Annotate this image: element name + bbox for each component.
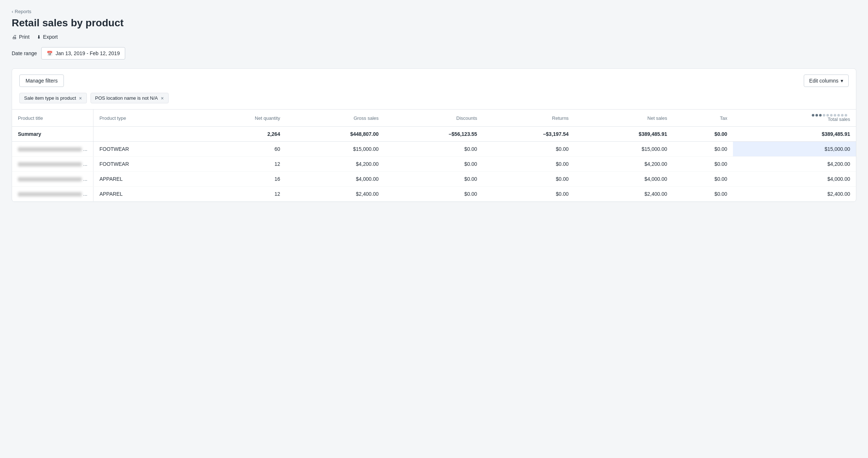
product-title-cell[interactable]: Product Name Here Long Title ... (12, 157, 93, 172)
dot-1 (812, 114, 814, 117)
date-range-picker[interactable]: 📅 Jan 13, 2019 - Feb 12, 2019 (41, 47, 125, 60)
cell-net_sales: $4,200.00 (575, 157, 673, 172)
dot-5 (826, 114, 829, 117)
th-discounts: Discounts (384, 110, 483, 127)
product-name-ellipsis: ... (82, 146, 88, 152)
summary-net-sales: $389,485.91 (575, 127, 673, 142)
filter-tag-2-close[interactable]: × (161, 96, 164, 101)
filters-row: Sale item type is product × POS location… (12, 93, 856, 109)
date-range-row: Date range 📅 Jan 13, 2019 - Feb 12, 2019 (12, 47, 856, 60)
cell-net_quantity: 12 (195, 157, 286, 172)
product-name-ellipsis: ... (82, 191, 88, 197)
column-scroll-indicator (739, 114, 850, 117)
cell-net_quantity: 12 (195, 187, 286, 202)
calendar-icon: 📅 (47, 51, 53, 56)
product-name-ellipsis: ... (82, 161, 88, 167)
filter-tag-1: Sale item type is product × (19, 93, 87, 103)
back-nav-label: Reports (15, 9, 31, 14)
product-title-cell[interactable]: Product Name Here Long Title ... (12, 172, 93, 187)
dot-10 (845, 114, 847, 117)
filter-tag-2: POS location name is not N/A × (91, 93, 169, 103)
cell-net_quantity: 16 (195, 172, 286, 187)
cell-gross_sales: $2,400.00 (286, 187, 384, 202)
cell-tax: $0.00 (673, 157, 733, 172)
cell-net_quantity: 60 (195, 142, 286, 157)
cell-gross_sales: $4,000.00 (286, 172, 384, 187)
summary-gross-sales: $448,807.00 (286, 127, 384, 142)
print-label: Print (19, 34, 30, 40)
blurred-product-name: Product Name Here Long Title (18, 162, 82, 167)
cell-total_sales: $4,000.00 (733, 172, 856, 187)
dot-4 (823, 114, 825, 117)
dot-7 (834, 114, 836, 117)
summary-row: Summary 2,264 $448,807.00 –$56,123.55 –$… (12, 127, 856, 142)
table-row: Product Name Here Long Title ...FOOTWEAR… (12, 157, 856, 172)
cell-gross_sales: $4,200.00 (286, 157, 384, 172)
print-icon: 🖨 (12, 34, 17, 40)
product-title-cell[interactable]: Product Name Here Long Title ... (12, 187, 93, 202)
cell-net_sales: $4,000.00 (575, 172, 673, 187)
manage-filters-label: Manage filters (26, 78, 58, 84)
cell-total_sales: $2,400.00 (733, 187, 856, 202)
summary-returns: –$3,197.54 (483, 127, 575, 142)
cell-discounts: $0.00 (384, 142, 483, 157)
cell-tax: $0.00 (673, 142, 733, 157)
th-net-quantity: Net quantity (195, 110, 286, 127)
cell-returns: $0.00 (483, 142, 575, 157)
cell-net_sales: $15,000.00 (575, 142, 673, 157)
cell-discounts: $0.00 (384, 172, 483, 187)
edit-columns-label: Edit columns (809, 78, 838, 84)
date-range-label: Date range (12, 50, 37, 56)
cell-tax: $0.00 (673, 187, 733, 202)
export-icon: ⬇ (37, 34, 41, 40)
th-returns: Returns (483, 110, 575, 127)
main-card: Manage filters Edit columns ▾ Sale item … (12, 68, 856, 202)
toolbar: 🖨 Print ⬇ Export (12, 34, 856, 40)
th-product-title: Product title (12, 110, 93, 127)
sales-table: Product title Product type Net quantity … (12, 109, 856, 202)
cell-product_type: FOOTWEAR (93, 142, 195, 157)
summary-total-sales: $389,485.91 (733, 127, 856, 142)
filter-tag-2-label: POS location name is not N/A (95, 95, 158, 101)
edit-columns-button[interactable]: Edit columns ▾ (804, 75, 849, 87)
export-label: Export (43, 34, 58, 40)
chevron-left-icon: ‹ (12, 9, 13, 14)
cell-returns: $0.00 (483, 172, 575, 187)
table-header-row: Product title Product type Net quantity … (12, 110, 856, 127)
cell-tax: $0.00 (673, 172, 733, 187)
th-total-sales: Total sales (733, 110, 856, 127)
filter-tag-1-close[interactable]: × (79, 96, 82, 101)
cell-discounts: $0.00 (384, 157, 483, 172)
print-button[interactable]: 🖨 Print (12, 34, 30, 40)
dot-9 (841, 114, 844, 117)
product-name-ellipsis: ... (82, 176, 88, 182)
th-net-sales: Net sales (575, 110, 673, 127)
filter-tag-1-label: Sale item type is product (24, 95, 76, 101)
th-tax: Tax (673, 110, 733, 127)
th-product-type: Product type (93, 110, 195, 127)
cell-net_sales: $2,400.00 (575, 187, 673, 202)
cell-returns: $0.00 (483, 187, 575, 202)
summary-product-type (93, 127, 195, 142)
summary-discounts: –$56,123.55 (384, 127, 483, 142)
cell-product_type: APPAREL (93, 172, 195, 187)
cell-discounts: $0.00 (384, 187, 483, 202)
back-nav[interactable]: ‹ Reports (12, 9, 856, 14)
cell-total_sales: $15,000.00 (733, 142, 856, 157)
product-title-cell[interactable]: Product Name Here Long Title ... (12, 142, 93, 157)
table-row: Product Name Here Long Title ...APPAREL1… (12, 172, 856, 187)
cell-total_sales: $4,200.00 (733, 157, 856, 172)
manage-filters-button[interactable]: Manage filters (19, 75, 64, 87)
export-button[interactable]: ⬇ Export (37, 34, 58, 40)
blurred-product-name: Product Name Here Long Title (18, 147, 82, 152)
blurred-product-name: Product Name Here Long Title (18, 177, 82, 182)
summary-net-quantity: 2,264 (195, 127, 286, 142)
cell-product_type: FOOTWEAR (93, 157, 195, 172)
th-gross-sales: Gross sales (286, 110, 384, 127)
dot-8 (837, 114, 840, 117)
page-title: Retail sales by product (12, 17, 856, 29)
table-row: Product Name Here Long Title ...FOOTWEAR… (12, 142, 856, 157)
cell-returns: $0.00 (483, 157, 575, 172)
chevron-down-icon: ▾ (841, 78, 843, 84)
summary-tax: $0.00 (673, 127, 733, 142)
